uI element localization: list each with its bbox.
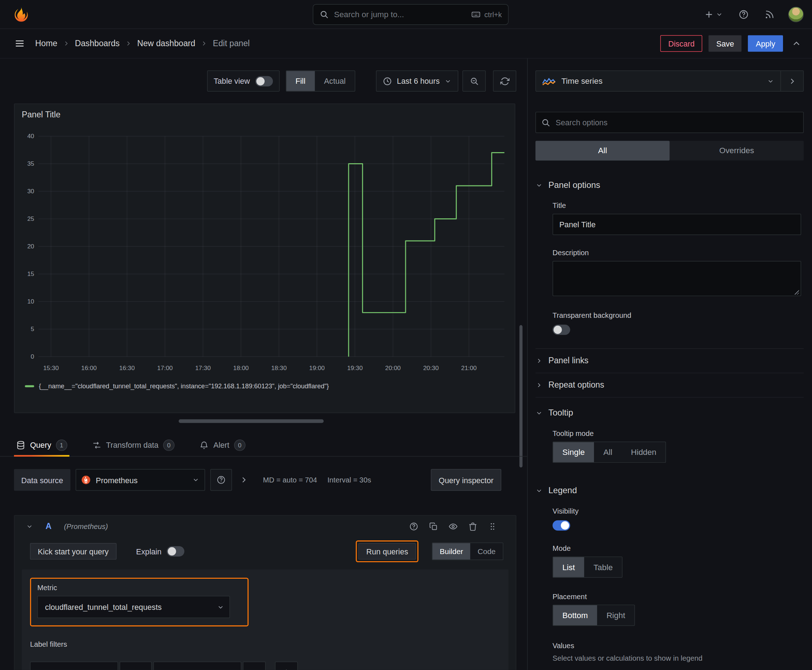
options-search-input[interactable]	[556, 118, 798, 127]
run-queries-button[interactable]: Run queries	[358, 543, 416, 559]
panel-view-toolbar: Table view Fill Actual Last 6 hours	[207, 71, 516, 91]
discard-button[interactable]: Discard	[661, 35, 702, 52]
tab-all-options[interactable]: All	[536, 140, 670, 160]
mega-menu-toggle-button[interactable]	[14, 38, 25, 49]
tooltip-mode-group: Single All Hidden	[553, 442, 666, 463]
time-series-chart[interactable]: 051015202530354015:3016:0016:3017:0017:3…	[19, 129, 512, 377]
legend-mode-label: Mode	[553, 544, 804, 552]
horizontal-scrollbar[interactable]	[179, 420, 324, 423]
tooltip-mode-hidden[interactable]: Hidden	[622, 442, 666, 462]
prometheus-icon	[81, 475, 91, 485]
select-label-dropdown[interactable]: Select label	[30, 662, 118, 670]
explain-toggle[interactable]	[167, 546, 185, 557]
time-series-viz-icon	[542, 77, 556, 85]
table-view-toggle[interactable]	[255, 76, 273, 86]
metric-select[interactable]: cloudflared_tunnel_total_requests	[37, 596, 230, 618]
global-search-input[interactable]: Search or jump to... ctrl+k	[313, 4, 509, 25]
top-nav: Search or jump to... ctrl+k	[0, 0, 812, 29]
query-inspector-button[interactable]: Query inspector	[431, 469, 502, 491]
options-pane-collapse-button[interactable]	[780, 71, 804, 91]
chevron-down-icon	[536, 181, 543, 189]
legend-placement-right[interactable]: Right	[597, 605, 634, 625]
edit-panel-actions: Discard Save Apply	[661, 35, 804, 52]
query-datasource-suffix: (Prometheus)	[64, 522, 108, 530]
add-filter-button[interactable]	[275, 662, 298, 670]
code-option[interactable]: Code	[470, 543, 503, 559]
query-help-icon[interactable]	[409, 522, 419, 531]
tab-overrides[interactable]: Overrides	[670, 140, 804, 160]
panel-links-section-header[interactable]: Panel links	[536, 349, 804, 373]
svg-text:35: 35	[27, 160, 34, 167]
fill-option[interactable]: Fill	[286, 71, 315, 91]
visualization-picker[interactable]: Time series	[536, 71, 780, 91]
panel-options-body: Title Description Transparent background	[536, 201, 804, 335]
legend-placement-bottom[interactable]: Bottom	[553, 605, 597, 625]
breadcrumb-new-dashboard[interactable]: New dashboard	[137, 39, 195, 48]
svg-text:20:30: 20:30	[423, 364, 439, 372]
tooltip-mode-all[interactable]: All	[594, 442, 622, 462]
select-value-dropdown[interactable]: Select value	[153, 662, 241, 670]
tooltip-section-header[interactable]: Tooltip	[536, 408, 804, 418]
tab-query-label: Query	[30, 441, 51, 450]
svg-text:18:00: 18:00	[233, 364, 249, 372]
svg-text:30: 30	[27, 188, 34, 195]
tab-query[interactable]: Query 1	[14, 434, 70, 456]
query-editor-card: A (Prometheus)	[14, 515, 516, 670]
tooltip-mode-single[interactable]: Single	[553, 442, 594, 462]
user-avatar[interactable]	[788, 7, 804, 22]
chevron-down-icon	[105, 669, 112, 670]
explain-label: Explain	[136, 547, 161, 556]
breadcrumb: Home Dashboards New dashboard Edit panel	[35, 39, 249, 48]
datasource-picker[interactable]: Prometheus	[76, 469, 205, 491]
legend-mode-list[interactable]: List	[553, 557, 584, 577]
metric-highlight: Metric cloudflared_tunnel_total_requests	[30, 578, 249, 626]
drag-handle-icon[interactable]	[488, 522, 497, 531]
tab-query-count-badge: 1	[56, 439, 67, 451]
zoom-out-button[interactable]	[463, 71, 486, 91]
builder-option[interactable]: Builder	[432, 543, 470, 559]
operator-dropdown[interactable]: =	[120, 662, 152, 670]
panel-title-input[interactable]	[553, 214, 801, 235]
transform-icon	[92, 440, 101, 450]
remove-filter-button[interactable]	[243, 662, 266, 670]
legend-mode-table[interactable]: Table	[584, 557, 622, 577]
rss-icon	[765, 9, 775, 20]
svg-text:18:30: 18:30	[271, 364, 286, 372]
datasource-help-button[interactable]	[210, 469, 232, 491]
collapse-query-chevron-icon[interactable]	[26, 523, 33, 530]
duplicate-query-icon[interactable]	[429, 522, 438, 531]
apply-button[interactable]: Apply	[748, 35, 783, 52]
actual-option[interactable]: Actual	[315, 71, 355, 91]
svg-text:20:00: 20:00	[385, 364, 401, 372]
collapse-header-button[interactable]	[789, 36, 804, 51]
panel-links-heading: Panel links	[549, 356, 588, 365]
keyboard-icon	[471, 10, 480, 19]
description-textarea[interactable]	[553, 261, 801, 296]
tab-alert[interactable]: Alert 0	[197, 434, 247, 456]
delete-query-icon[interactable]	[468, 522, 478, 531]
breadcrumb-home[interactable]: Home	[35, 39, 57, 48]
metric-label: Metric	[37, 584, 230, 592]
help-button[interactable]	[736, 7, 751, 22]
tab-transform-data[interactable]: Transform data 0	[90, 434, 176, 456]
repeat-options-section-header[interactable]: Repeat options	[536, 373, 804, 397]
news-button[interactable]	[762, 7, 777, 22]
chevron-right-icon	[536, 382, 543, 389]
grafana-logo-icon[interactable]	[12, 5, 30, 23]
time-range-picker[interactable]: Last 6 hours	[376, 71, 458, 91]
legend-section-header[interactable]: Legend	[536, 486, 804, 495]
kick-start-query-button[interactable]: Kick start your query	[30, 543, 116, 559]
svg-text:15: 15	[27, 270, 34, 277]
transparent-background-toggle[interactable]	[553, 325, 570, 335]
hide-query-icon[interactable]	[449, 522, 458, 531]
new-button[interactable]	[702, 7, 725, 22]
save-button[interactable]: Save	[709, 35, 742, 52]
legend-visibility-toggle[interactable]	[553, 520, 570, 531]
query-options-expand-button[interactable]	[237, 473, 251, 487]
query-ref-id[interactable]: A	[46, 522, 52, 531]
legend-placement-label: Placement	[553, 592, 804, 601]
breadcrumb-dashboards[interactable]: Dashboards	[75, 39, 120, 48]
panel-options-section-header[interactable]: Panel options	[536, 180, 804, 189]
refresh-button[interactable]	[493, 71, 516, 91]
legend-series-label[interactable]: {__name__="cloudflared_tunnel_total_requ…	[39, 382, 329, 390]
